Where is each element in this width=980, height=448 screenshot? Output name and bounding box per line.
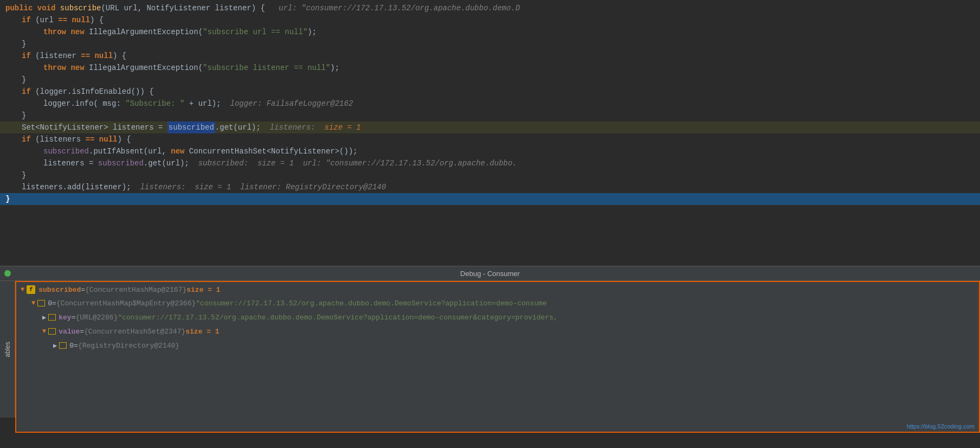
code-line-10: }	[0, 110, 980, 121]
var-name-subscribed: subscribed	[38, 286, 81, 294]
code-line-16: listeners.add(listener); listeners: size…	[0, 181, 980, 193]
code-comment-16: listeners: size = 1 listener: RegistryDi…	[131, 181, 386, 193]
code-comment-1: url: "consumer://172.17.13.52/org.apache…	[265, 2, 520, 14]
debug-bar-title: Debug - Consumer	[460, 270, 520, 278]
expand-arrow-0[interactable]: ▼	[31, 299, 35, 307]
variables-section: ables ▼ f subscribed = {ConcurrentHashMa…	[0, 281, 980, 418]
keyword-eq-1: ==	[58, 14, 72, 26]
field-icon-value	[48, 328, 56, 335]
code-plain-14: listeners =	[43, 157, 98, 169]
code-line-9: logger.info( msg: "Subscribe: " + url); …	[0, 98, 980, 110]
keyword-null-2: null	[94, 50, 113, 62]
var-icon-f: f	[27, 285, 35, 294]
code-line-7: }	[0, 74, 980, 86]
keyword-throw-1: throw	[43, 26, 70, 38]
code-plain-1: (URL url, NotifyListener listener) {	[101, 2, 265, 14]
code-editor: public void subscribe(URL url, NotifyLis…	[0, 0, 980, 266]
debug-vars: ▼ f subscribed = {ConcurrentHashMap@2167…	[15, 281, 980, 433]
expand-arrow-rd[interactable]: ▶	[53, 342, 57, 350]
code-line-11: Set<NotifyListener> listeners = subscrib…	[0, 121, 980, 133]
code-line-14: listeners = subscribed.get(url); subscri…	[0, 157, 980, 169]
keyword-null-1: null	[72, 14, 90, 26]
var-name-value: value	[59, 328, 80, 336]
expand-arrow-key[interactable]: ▶	[42, 313, 46, 322]
code-line-13: subscribed.putIfAbsent(url, new Concurre…	[0, 145, 980, 157]
var-name-key: key	[59, 313, 71, 322]
keyword-eq-2: ==	[81, 50, 94, 62]
code-comment-11: listeners:	[261, 121, 320, 133]
code-plain-9b: + url);	[184, 98, 221, 110]
subscribed-2: subscribed	[98, 157, 144, 169]
code-plain-16: listeners.add(listener);	[22, 181, 131, 193]
code-comment-14: subscribed: size = 1 url: "consumer://17…	[189, 157, 517, 169]
code-plain-6b: );	[330, 62, 339, 74]
code-comment-9: logger: FailsafeLogger@2162	[221, 98, 353, 110]
field-icon-rd	[59, 342, 67, 349]
code-plain-9: logger.info( msg:	[43, 98, 125, 110]
field-icon-0	[37, 300, 45, 306]
code-plain-12b: ) {	[117, 133, 131, 145]
var-string-key: "consumer://172.17.13.52/org.apache.dubb…	[118, 313, 557, 322]
code-plain-2: (url	[35, 14, 58, 26]
code-plain-10: }	[22, 110, 26, 121]
var-equals-value: =	[80, 328, 84, 336]
debug-var-row-0[interactable]: ▼ 0 = {ConcurrentHashMap$MapEntry@2366} …	[27, 296, 979, 310]
debug-bar: Debug - Consumer	[0, 266, 980, 281]
keyword-eq-3: ==	[86, 133, 99, 145]
var-equals-rd: =	[74, 342, 78, 350]
keyword-null-3: null	[99, 133, 118, 145]
string-3: "Subscribe: "	[125, 98, 184, 110]
string-1: "subscribe url == null"	[203, 26, 307, 38]
code-plain-13: .putIfAbsent(url,	[89, 145, 171, 157]
keyword-new-1: new	[70, 26, 89, 38]
debug-dot	[4, 270, 11, 277]
var-type-rd: {RegistryDirectory@2140}	[78, 342, 179, 350]
debug-var-row-key[interactable]: ▶ key = {URL@2286} "consumer://172.17.13…	[38, 310, 979, 324]
code-plain-5: (listener	[35, 50, 81, 62]
bottom-link: https://blog.52coding.com	[907, 423, 975, 430]
var-string-2: "consumer://172.17.13.52/org.apache.dubb…	[196, 299, 547, 308]
var-equals-1: =	[81, 286, 85, 294]
code-comment-val-11: size = 1	[320, 121, 361, 133]
var-size-1: size = 1	[186, 286, 220, 294]
keyword-public: public	[5, 2, 37, 14]
code-line-1: public void subscribe(URL url, NotifyLis…	[0, 2, 980, 14]
code-plain-11: Set<NotifyListener> listeners =	[22, 121, 167, 133]
debug-var-row-value[interactable]: ▼ value = {ConcurrentHashSet@2347} size …	[38, 324, 979, 338]
code-plain-5b: ) {	[113, 50, 126, 62]
code-lines: public void subscribe(URL url, NotifyLis…	[0, 0, 980, 207]
string-2: "subscribe listener == null"	[203, 62, 330, 74]
keyword-if-3: if	[22, 86, 35, 98]
var-type-2: {ConcurrentHashMap$MapEntry@2366}	[56, 299, 196, 308]
code-line-5: if (listener == null) {	[0, 50, 980, 62]
code-line-17: }	[0, 193, 980, 205]
keyword-if-2: if	[22, 50, 35, 62]
expand-arrow-subscribed[interactable]: ▼	[21, 286, 24, 293]
code-plain-2b: ) {	[90, 14, 104, 26]
side-label-container: ables	[0, 281, 15, 418]
keyword-if-4: if	[22, 133, 35, 145]
code-plain-4: }	[22, 38, 26, 50]
var-name-rd: 0	[69, 342, 74, 350]
keyword-new-2: new	[70, 62, 89, 74]
code-line-4: }	[0, 38, 980, 50]
debug-var-row-rd[interactable]: ▶ 0 = {RegistryDirectory@2140}	[49, 338, 979, 353]
code-plain-11b: .get(url);	[215, 121, 261, 133]
expand-arrow-value[interactable]: ▼	[42, 328, 46, 335]
code-plain-3b: );	[307, 26, 317, 38]
var-equals-2: =	[52, 299, 56, 308]
keyword-if-1: if	[22, 14, 35, 26]
code-plain-14b: .get(url);	[144, 157, 189, 169]
code-plain-17: }	[5, 193, 10, 205]
code-plain-8: (logger.isInfoEnabled()) {	[35, 86, 153, 98]
debug-vars-content: ▼ f subscribed = {ConcurrentHashMap@2167…	[15, 281, 980, 418]
debug-var-row-subscribed[interactable]: ▼ f subscribed = {ConcurrentHashMap@2167…	[16, 282, 979, 296]
code-plain-12: (listeners	[35, 133, 85, 145]
keyword-void: void	[37, 2, 60, 14]
subscribed-1: subscribed	[43, 145, 89, 157]
variables-side-label: ables	[4, 342, 11, 357]
code-plain-7: }	[22, 74, 26, 86]
code-line-3: throw new IllegalArgumentException("subs…	[0, 26, 980, 38]
method-subscribe: subscribe	[60, 2, 101, 14]
keyword-new-3: new	[171, 145, 189, 157]
